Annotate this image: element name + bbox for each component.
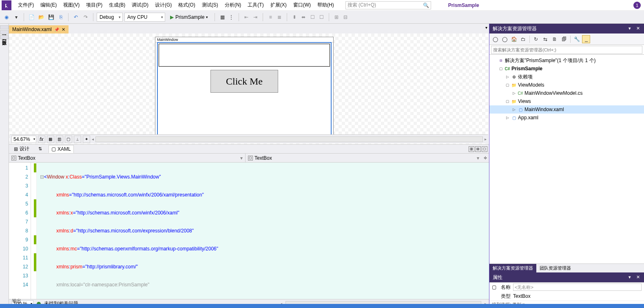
breadcrumb-right[interactable]: TextBox	[255, 155, 272, 161]
panel-close-button[interactable]: ✕	[635, 26, 641, 31]
config-combo[interactable]: Debug	[97, 13, 123, 22]
design-textbox[interactable]	[159, 44, 330, 67]
menu-format[interactable]: 格式(O)	[175, 0, 198, 10]
menu-debug[interactable]: 调试(D)	[128, 0, 152, 10]
breadcrumb-row: ▢ TextBox ▾ ▢ TextBox ▾ ✧	[9, 154, 489, 163]
design-window[interactable]: MainWindow Click Me	[155, 37, 334, 138]
solution-tree[interactable]: ⧈解决方案"PrismSample"(1 个项目/共 1 个) ▢C#Prism…	[489, 55, 644, 263]
menu-view[interactable]: 视图(V)	[60, 0, 83, 10]
vs-logo-icon	[2, 0, 11, 10]
team-explorer-tab[interactable]: 团队资源管理器	[536, 264, 574, 272]
menu-tools[interactable]: 工具(T)	[244, 0, 267, 10]
nav-back-button[interactable]: ◯	[491, 35, 499, 43]
element-icon-2: ▢	[248, 156, 253, 161]
panel-dropdown-button[interactable]: ▾	[627, 26, 633, 31]
menu-help[interactable]: 帮助(H)	[314, 0, 337, 10]
file-tab-mainwindow[interactable]: MainWindow.xaml 📌 ✕	[9, 25, 69, 33]
element-thumb-icon: ▢	[492, 284, 498, 290]
pin-icon[interactable]: 📌	[54, 27, 59, 32]
menu-file[interactable]: 文件(F)	[15, 0, 37, 10]
grid-view-2[interactable]: ▥	[56, 136, 63, 143]
doc-outline-tab[interactable]: 文档大纲	[0, 30, 9, 34]
design-tab[interactable]: ⊞设计	[11, 145, 32, 153]
grid-view-1[interactable]: ▦	[47, 136, 54, 143]
app-xaml-node[interactable]: ▷▢App.xaml	[489, 114, 644, 122]
close-tab-button[interactable]: ✕	[62, 27, 65, 32]
menu-build[interactable]: 生成(B)	[106, 0, 128, 10]
preview-button[interactable]: ⎯	[582, 35, 590, 43]
prop-name-input[interactable]	[513, 283, 642, 291]
layout-4: ☐	[317, 13, 325, 21]
menu-project[interactable]: 项目(P)	[83, 0, 106, 10]
expand-button[interactable]: ✧	[482, 155, 489, 161]
csharp-project-icon: C#	[505, 66, 510, 71]
views-folder[interactable]: ▢📁Views	[489, 97, 644, 105]
code-text[interactable]: ⊟<Window x:Class="PrismSample.Views.Main…	[37, 163, 489, 299]
split-h-button[interactable]: ▥	[469, 146, 474, 152]
open-button[interactable]: 📂	[37, 13, 45, 21]
collapse-button[interactable]: ⇆	[541, 35, 549, 43]
tab-dropdown-button[interactable]: ▾	[485, 25, 487, 30]
solution-search-input[interactable]	[491, 46, 642, 54]
solution-explorer-tab[interactable]: 解决方案资源管理器	[489, 264, 536, 272]
xaml-tab[interactable]: ▢XAML	[49, 145, 74, 153]
show-all-button[interactable]: 🗎	[551, 35, 559, 43]
breadcrumb-left[interactable]: TextBox	[18, 155, 35, 161]
vm-file-node[interactable]: ▷C#MainWindowViewModel.cs	[489, 89, 644, 97]
menu-extensions[interactable]: 扩展(X)	[267, 0, 290, 10]
menu-analyze[interactable]: 分析(N)	[221, 0, 245, 10]
new-project-button[interactable]: 📄	[27, 13, 35, 21]
split-tab-row: ⊞设计 ⇅ ▢XAML ▥ ▤ ▢	[9, 145, 489, 154]
data-sources-tab[interactable]: 数据源	[0, 35, 9, 39]
project-node[interactable]: ▢C#PrismSample	[489, 65, 644, 73]
properties-button[interactable]: 🗐	[560, 35, 568, 43]
snap-button[interactable]: ⟂	[74, 136, 81, 143]
menu-design[interactable]: 设计(G)	[152, 0, 175, 10]
platform-combo[interactable]: Any CPU	[124, 13, 165, 22]
search-icon: 🔍	[423, 2, 429, 8]
split-v-button[interactable]: ▤	[475, 146, 481, 152]
grid-view-3[interactable]: ▢	[65, 136, 72, 143]
back-button[interactable]: ◉	[2, 13, 11, 21]
nav-fwd-button[interactable]: ◯	[500, 35, 509, 43]
sync-button[interactable]: 🗀	[519, 35, 527, 43]
panel-title: 解决方案资源管理器	[493, 25, 537, 32]
zoom-combo[interactable]: 54.67%	[11, 136, 36, 143]
line-gutter: 1234567 891011121314	[9, 163, 31, 299]
fx-button[interactable]: fx	[38, 136, 45, 143]
output-tab[interactable]: 输出	[12, 298, 21, 304]
menu-window[interactable]: 窗口(W)	[290, 0, 314, 10]
menu-bar: 文件(F) 编辑(E) 视图(V) 项目(P) 生成(B) 调试(D) 设计(G…	[0, 0, 644, 11]
designer-hscroll[interactable]	[95, 136, 483, 142]
swap-panes-button[interactable]: ⇅	[36, 145, 44, 152]
wrench-button[interactable]: 🔧	[573, 35, 581, 43]
redo-button[interactable]: ↷	[82, 13, 90, 21]
menu-edit[interactable]: 编辑(E)	[37, 0, 60, 10]
undo-button[interactable]: ↶	[72, 13, 80, 21]
design-button[interactable]: Click Me	[210, 70, 278, 93]
code-editor[interactable]: 1234567 891011121314 ⊟<Window x:Class="P…	[9, 163, 489, 299]
props-dropdown-button[interactable]: ▾	[627, 275, 633, 280]
viewmodels-folder[interactable]: ▢📁ViewModels	[489, 81, 644, 89]
mainwindow-xaml-node[interactable]: ▷▢MainWindow.xaml	[489, 105, 644, 114]
tool-btn-2[interactable]: ⋮	[227, 13, 235, 21]
solution-node[interactable]: ⧈解决方案"PrismSample"(1 个项目/共 1 个)	[489, 56, 644, 65]
home-button[interactable]: 🏠	[510, 35, 518, 43]
align-1: ≡	[266, 13, 274, 21]
design-selection[interactable]: Click Me	[157, 42, 332, 136]
save-all-button[interactable]: ⎘	[57, 13, 65, 21]
toolbox-tab[interactable]: 工具箱	[0, 25, 9, 29]
start-debug-button[interactable]: ▶PrismSample▾	[167, 13, 211, 22]
notification-badge[interactable]: 1	[633, 2, 641, 9]
collapse-pane-button[interactable]: ▢	[482, 146, 487, 152]
forward-button[interactable]: ▾	[12, 13, 20, 21]
props-close-button[interactable]: ✕	[635, 275, 641, 280]
menu-test[interactable]: 测试(S)	[199, 0, 221, 10]
save-button[interactable]: 💾	[47, 13, 55, 21]
tool-btn-1[interactable]: ▦	[218, 13, 226, 21]
designer-pane[interactable]: MainWindow Click Me 54.67% fx ▦ ▥ ▢ ⟂ ✦ …	[9, 33, 489, 145]
deps-node[interactable]: ▷⚙依赖项	[489, 73, 644, 81]
refresh-button[interactable]: ↻	[532, 35, 540, 43]
effects-button[interactable]: ✦	[83, 136, 90, 143]
global-search-input[interactable]: 搜索 (Ctrl+Q) 🔍	[345, 1, 431, 9]
